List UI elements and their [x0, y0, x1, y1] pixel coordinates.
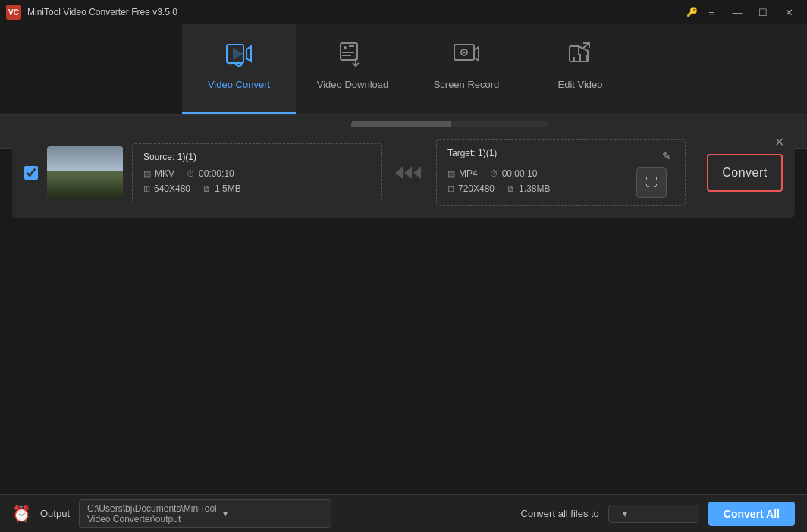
- target-info: 1)(1): [478, 148, 497, 158]
- tab-video-convert[interactable]: Video Convert: [182, 24, 296, 114]
- nav-bar: Video Convert Video Download Screen Reco…: [0, 24, 807, 115]
- source-resolution: 640X480: [154, 183, 190, 194]
- target-duration-icon: ⏱: [490, 169, 498, 178]
- thumbnail-overlay: [47, 177, 123, 199]
- target-label: Target:: [447, 148, 476, 158]
- target-resolution-icon: ⊞: [447, 184, 454, 194]
- edit-video-icon: [567, 40, 594, 73]
- tab-video-download-label: Video Download: [317, 79, 388, 90]
- content-area: Source: 1)(1) ▤ MKV ⏱ 00:00:10 ⊞: [0, 115, 807, 494]
- source-duration: 00:00:10: [199, 168, 234, 179]
- target-details: ▤ MP4 ⏱ 00:00:10 ⊞ 720X480: [447, 168, 629, 194]
- svg-point-2: [344, 46, 347, 49]
- source-resolution-item: ⊞ 640X480: [143, 183, 190, 194]
- svg-point-5: [463, 52, 466, 54]
- filesize-icon: 🗎: [203, 184, 211, 193]
- close-button[interactable]: ✕: [777, 3, 801, 21]
- duration-icon: ⏱: [187, 169, 195, 178]
- target-info-row1: ▤ MP4 ⏱ 00:00:10: [447, 168, 629, 179]
- menu-button[interactable]: ≡: [699, 3, 724, 21]
- maximize-button[interactable]: ☐: [751, 3, 775, 21]
- file-card: Source: 1)(1) ▤ MKV ⏱ 00:00:10 ⊞: [12, 127, 795, 218]
- tab-screen-record-label: Screen Record: [434, 79, 500, 90]
- convert-all-label: Convert all files to: [521, 508, 599, 519]
- video-download-icon: [339, 40, 366, 73]
- target-duration: 00:00:10: [502, 168, 538, 179]
- resolution-icon: ⊞: [143, 184, 150, 194]
- source-filesize-item: 🗎 1.5MB: [203, 183, 241, 194]
- target-format-icon: ▤: [447, 169, 455, 179]
- convert-button[interactable]: Convert: [707, 154, 783, 192]
- screen-record-icon: [453, 40, 480, 73]
- convert-all-format-chevron: ▾: [623, 509, 627, 519]
- status-bar: ⏰ Output C:\Users\bj\Documents\MiniTool …: [0, 494, 807, 532]
- target-filesize-item: 🗎 1.38MB: [507, 183, 550, 194]
- source-header: Source: 1)(1): [143, 152, 370, 162]
- target-header-row: Target: 1)(1) ✎: [447, 148, 674, 164]
- target-content: ▤ MP4 ⏱ 00:00:10 ⊞ 720X480: [447, 164, 674, 198]
- target-duration-item: ⏱ 00:00:10: [490, 168, 538, 179]
- title-bar: VC MiniTool Video Converter Free v3.5.0 …: [0, 0, 807, 24]
- target-format-item: ▤ MP4: [447, 168, 478, 179]
- tab-edit-video[interactable]: Edit Video: [523, 24, 637, 114]
- output-label: Output: [40, 508, 70, 519]
- file-info: Source: 1)(1) ▤ MKV ⏱ 00:00:10 ⊞: [132, 139, 686, 206]
- source-duration-item: ⏱ 00:00:10: [187, 168, 234, 179]
- tab-screen-record[interactable]: Screen Record: [410, 24, 523, 114]
- format-icon: ▤: [143, 169, 151, 179]
- target-filesize: 1.38MB: [519, 183, 550, 194]
- target-edit-button[interactable]: ✎: [659, 149, 674, 164]
- title-bar-left: VC MiniTool Video Converter Free v3.5.0: [6, 5, 177, 20]
- target-preview-button[interactable]: ⛶: [636, 167, 667, 198]
- thumb-sky: [47, 146, 123, 171]
- output-path-chevron: ▾: [223, 509, 324, 519]
- minimize-button[interactable]: —: [725, 3, 749, 21]
- output-clock-icon: ⏰: [12, 505, 31, 523]
- source-info-row1: ▤ MKV ⏱ 00:00:10: [143, 168, 370, 179]
- output-path-text: C:\Users\bj\Documents\MiniTool Video Con…: [87, 503, 217, 524]
- target-info-row2: ⊞ 720X480 🗎 1.38MB: [447, 183, 629, 194]
- convert-all-format-dropdown[interactable]: ▾: [608, 505, 699, 523]
- card-close-button[interactable]: ✕: [770, 133, 789, 151]
- source-filesize: 1.5MB: [215, 183, 241, 194]
- target-block: Target: 1)(1) ✎ ▤ MP4 ⏱: [436, 139, 686, 206]
- key-icon: 🔑: [686, 7, 698, 17]
- source-format: MKV: [155, 168, 174, 179]
- target-format: MP4: [459, 168, 478, 179]
- app-title: MiniTool Video Converter Free v3.5.0: [27, 7, 177, 17]
- target-resolution-item: ⊞ 720X480: [447, 183, 495, 194]
- target-resolution: 720X480: [458, 183, 495, 194]
- tab-video-download[interactable]: Video Download: [296, 24, 410, 114]
- source-info-row2: ⊞ 640X480 🗎 1.5MB: [143, 183, 370, 194]
- target-filesize-icon: 🗎: [507, 184, 515, 193]
- tab-video-convert-label: Video Convert: [208, 79, 270, 90]
- source-label: Source:: [143, 152, 174, 162]
- convert-all-button[interactable]: Convert All: [708, 502, 795, 526]
- app-logo: VC: [6, 5, 21, 20]
- source-info: 1)(1): [177, 152, 196, 162]
- file-thumbnail: [47, 146, 123, 199]
- output-path-dropdown[interactable]: C:\Users\bj\Documents\MiniTool Video Con…: [79, 499, 331, 528]
- source-format-item: ▤ MKV: [143, 168, 174, 179]
- arrow-area: [382, 164, 436, 182]
- title-bar-controls: 🔑 ≡ — ☐ ✕: [686, 3, 801, 21]
- file-checkbox[interactable]: [24, 166, 38, 180]
- source-block: Source: 1)(1) ▤ MKV ⏱ 00:00:10 ⊞: [132, 143, 382, 202]
- target-header: Target: 1)(1): [447, 148, 497, 158]
- video-convert-icon: [225, 40, 253, 73]
- tab-edit-video-label: Edit Video: [557, 79, 602, 90]
